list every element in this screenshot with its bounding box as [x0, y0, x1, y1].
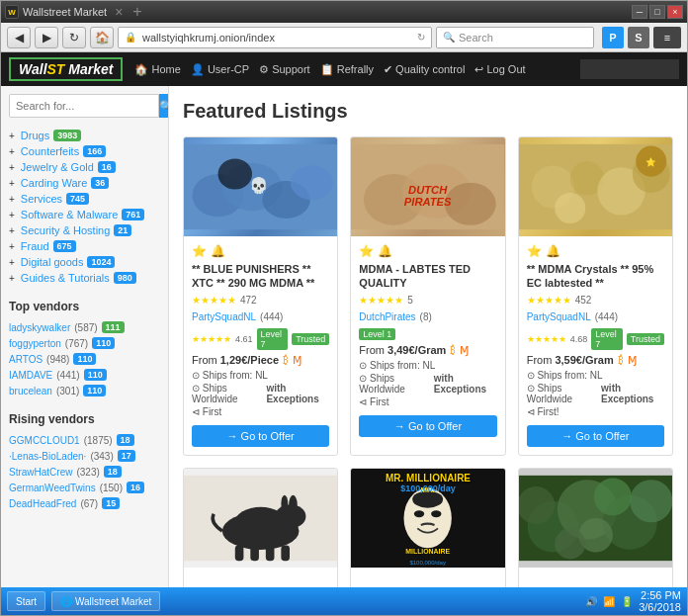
vendor-name-ggmccloud[interactable]: GGMCCLOUD1 [9, 435, 80, 446]
vendor-artos: ARTOS (948) 110 [9, 351, 160, 367]
xmr-icon-2: Ɱ [460, 344, 469, 357]
nav-support[interactable]: ⚙ Support [259, 63, 310, 76]
nav-logout[interactable]: ↩ Log Out [474, 63, 525, 76]
sidebar-item-guides[interactable]: + Guides & Tutorials 980 [9, 270, 160, 286]
vendor-name-ladyskywalker[interactable]: ladyskywalker [9, 322, 70, 333]
tab-favicon: W [5, 5, 19, 19]
price-text-3: From 3,59€/Gram [527, 354, 614, 366]
exceptions-3: with Exceptions [601, 383, 664, 404]
nav-refrally[interactable]: 📋 Refrally [320, 63, 374, 76]
vendor-name-brucelean[interactable]: brucelean [9, 386, 52, 396]
listing-image-1: 💀 [184, 137, 337, 236]
svg-text:PIRATES: PIRATES [404, 196, 452, 208]
new-tab-button[interactable]: + [132, 3, 141, 21]
site-logo[interactable]: WallST Market [9, 57, 123, 81]
vendor-name-iamdave[interactable]: IAMDAVE [9, 370, 52, 381]
minimize-button[interactable]: ─ [632, 5, 647, 19]
fraud-badge: 675 [53, 240, 76, 252]
sidebar-item-software[interactable]: + Software & Malware 761 [9, 207, 160, 222]
bell-icon-1: 🔔 [211, 244, 225, 258]
svg-point-4 [291, 165, 333, 200]
xmr-icon-1: Ɱ [293, 354, 301, 367]
vendor-name-lenas[interactable]: ·Lenas-BioLaden· [9, 451, 86, 462]
sync-icon[interactable]: S [628, 27, 649, 48]
address-bar: ◀ ▶ ↻ 🏠 🔒 wallstyiqhkrumj.onion/index ↻ … [1, 23, 687, 52]
taskbar-wallstreet-btn[interactable]: 🌐 Wallstreet Market [51, 591, 160, 611]
go-to-offer-button-1[interactable]: → Go to Offer [192, 425, 329, 447]
sidebar: 🔍 + Drugs 3983 + Counterfeits 166 + Jewe… [1, 86, 169, 587]
rating-row-1: ★★★★★ 472 [192, 295, 329, 306]
bell-icon-3: 🔔 [546, 244, 560, 258]
sidebar-item-security[interactable]: + Security & Hosting 21 [9, 222, 160, 238]
svg-point-43 [630, 480, 672, 522]
vendor-name-deadhead[interactable]: DeadHeadFred [9, 498, 76, 509]
price-bold-3: 3,59€/Gram [555, 354, 613, 366]
vendor-name-artos[interactable]: ARTOS [9, 354, 43, 365]
jewelry-badge: 16 [98, 161, 116, 173]
sidebar-item-carding[interactable]: + Carding Ware 36 [9, 175, 160, 191]
nav-usercp[interactable]: 👤 User-CP [191, 63, 249, 76]
tab-close-icon[interactable]: × [115, 4, 123, 20]
sidebar-item-drugs[interactable]: + Drugs 3983 [9, 128, 160, 143]
search-box[interactable]: 🔍 Search [436, 27, 594, 48]
badges-row-2: Level 1 [359, 328, 496, 340]
ship-to-1: ⊙ Ships Worldwide with Exceptions [192, 383, 329, 404]
vendor-name-strawhat[interactable]: StrawHatCrew [9, 467, 72, 478]
rating-row-2: ★★★★★ 5 [359, 295, 496, 306]
forward-button[interactable]: ▶ [35, 27, 58, 48]
nav-quality[interactable]: ✔ Quality control [384, 63, 465, 76]
sidebar-item-fraud[interactable]: + Fraud 675 [9, 238, 160, 254]
close-button[interactable]: × [667, 5, 683, 19]
taskbar-icon-1: 🔊 [585, 596, 597, 607]
window-controls: ─ □ × [632, 5, 683, 19]
svg-rect-29 [266, 545, 275, 561]
plus-icon: + [9, 131, 15, 141]
seller-row-2: DutchPirates (8) [359, 311, 496, 322]
sidebar-search-input[interactable] [9, 94, 159, 118]
sidebar-item-services[interactable]: + Services 745 [9, 191, 160, 207]
vendor-lenas: ·Lenas-BioLaden· (343) 17 [9, 448, 160, 464]
url-bar[interactable]: 🔒 wallstyiqhkrumj.onion/index ↻ [118, 27, 432, 48]
svg-text:$100,000/day: $100,000/day [410, 560, 447, 566]
plus-icon: + [9, 146, 15, 157]
go-to-offer-button-2[interactable]: → Go to Offer [359, 415, 496, 437]
seller-row-3: PartySquadNL (444) [527, 311, 664, 322]
plus-icon: + [9, 257, 15, 268]
home-button[interactable]: 🏠 [90, 27, 114, 48]
sidebar-item-counterfeits[interactable]: + Counterfeits 166 [9, 143, 160, 159]
software-badge: 761 [122, 209, 144, 220]
pocket-icon[interactable]: P [602, 27, 624, 48]
menu-icon[interactable]: ≡ [653, 27, 681, 48]
seller-name-3[interactable]: PartySquadNL [527, 311, 591, 322]
vendor-count-ladyskywalker: (587) [74, 322, 97, 333]
listing-body-6 [519, 568, 672, 587]
seller-name-2[interactable]: DutchPirates [359, 311, 415, 322]
vendor-name-germanweed[interactable]: GermanWeedTwins [9, 483, 96, 493]
sidebar-item-digital[interactable]: + Digital goods 1024 [9, 254, 160, 270]
maximize-button[interactable]: □ [649, 5, 665, 19]
sidebar-carding-label: Carding Ware [21, 177, 87, 189]
svg-text:MILLIONAIRE: MILLIONAIRE [406, 548, 451, 555]
nav-home[interactable]: 🏠 Home [134, 63, 180, 76]
vendor-strawhat: StrawHatCrew (323) 18 [9, 464, 160, 480]
vendor-count-iamdave: (441) [56, 370, 79, 381]
services-badge: 745 [66, 193, 89, 205]
vendor-ladyskywalker: ladyskywalker (587) 111 [9, 319, 160, 335]
vendor-brucelean: brucelean (301) 110 [9, 383, 160, 398]
back-button[interactable]: ◀ [7, 27, 31, 48]
start-button[interactable]: Start [7, 591, 45, 611]
plus-icon: + [9, 178, 15, 189]
svg-point-25 [289, 494, 298, 515]
vendor-deadhead: DeadHeadFred (67) 15 [9, 495, 160, 511]
vendor-name-foggyperton[interactable]: foggyperton [9, 338, 61, 349]
refresh-button[interactable]: ↻ [62, 27, 86, 48]
sidebar-counterfeits-label: Counterfeits [21, 145, 79, 157]
seller-name-1[interactable]: PartySquadNL [192, 311, 256, 322]
stars-1: ★★★★★ [192, 295, 236, 306]
go-to-offer-button-3[interactable]: → Go to Offer [527, 425, 664, 447]
sidebar-search-button[interactable]: 🔍 [159, 94, 169, 118]
first-2: ⊲ First [359, 396, 496, 407]
svg-point-18 [555, 193, 585, 223]
sidebar-item-jewelry[interactable]: + Jewelry & Gold 16 [9, 159, 160, 175]
mr-mil-title: MR. MILLIONAIRE [351, 473, 504, 484]
